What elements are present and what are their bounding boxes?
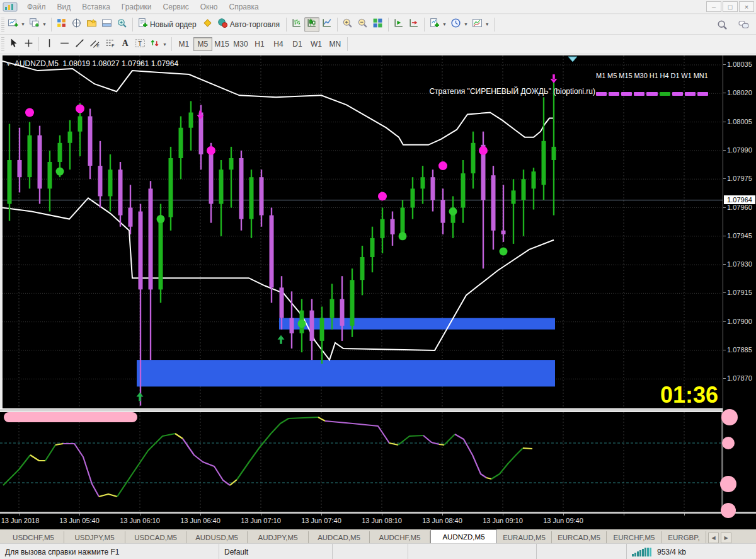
new-order-button[interactable]: Новый ордер xyxy=(135,17,200,32)
indicators-button[interactable]: ▼ xyxy=(427,17,449,32)
shapes-icon xyxy=(149,38,160,49)
market-watch-button[interactable] xyxy=(54,17,69,32)
chart-tab-eurcad-m5[interactable]: EURCAD,M5 xyxy=(552,531,607,543)
chart-candles-button[interactable] xyxy=(304,17,319,32)
chart-shift-button[interactable] xyxy=(406,17,421,32)
chart-tab-audcad-m5[interactable]: AUDCAD,M5 xyxy=(309,531,370,543)
trendline-icon xyxy=(74,38,85,49)
cursor-button[interactable] xyxy=(6,37,21,52)
redaction-circle xyxy=(721,503,736,518)
tabs-scroll-left-button[interactable]: ◀ xyxy=(708,533,719,543)
navigator-button[interactable] xyxy=(84,17,100,32)
crosshair-button[interactable] xyxy=(21,37,36,52)
new-order-label: Новый ордер xyxy=(150,20,198,29)
fibo-button[interactable]: F xyxy=(102,37,117,52)
chart-tab-audchf-m5[interactable]: AUDCHF,M5 xyxy=(370,531,430,543)
hline-button[interactable] xyxy=(57,37,72,52)
zoom-out-icon xyxy=(357,18,368,28)
mtf-signal-m1 xyxy=(596,92,607,96)
menu-help[interactable]: Справка xyxy=(224,1,265,13)
timeframe-m5-button[interactable]: M5 xyxy=(193,37,212,51)
chat-button[interactable] xyxy=(736,17,751,32)
timeframe-m15-button[interactable]: M15 xyxy=(212,37,231,51)
auto-scroll-button[interactable] xyxy=(391,17,406,32)
mtf-signal-w1 xyxy=(685,92,696,96)
chart-symbol: AUDNZD,M5 xyxy=(14,59,59,68)
menu-insert[interactable]: Вставка xyxy=(76,1,116,13)
candle-countdown-timer: 01:36 xyxy=(643,382,718,408)
channel-button[interactable]: E xyxy=(87,37,102,52)
strategy-tester-icon xyxy=(117,18,127,28)
chart-menu-caret-icon[interactable]: ▼ xyxy=(6,61,11,67)
trendline-button[interactable] xyxy=(72,37,87,52)
toolbar-standard: ▼▼Новый ордерАвто-торговля▼▼▼ xyxy=(0,14,756,35)
time-tick-label: 13 Jun 07:40 xyxy=(301,517,341,524)
metaeditor-button[interactable] xyxy=(200,17,215,32)
label-tool-button[interactable]: T xyxy=(132,37,147,52)
profiles-dropdown-icon[interactable]: ▼ xyxy=(42,22,47,26)
menu-charts[interactable]: Графики xyxy=(116,1,158,13)
price-tick-label: 1.07870 xyxy=(727,374,752,382)
indicator-subwindow[interactable] xyxy=(0,412,756,512)
toolbar-drag-handle[interactable] xyxy=(1,18,4,32)
time-axis[interactable]: 13 Jun 201813 Jun 05:4013 Jun 06:1013 Ju… xyxy=(0,514,756,529)
chart-tab-eurgbp-[interactable]: EURGBP, xyxy=(662,531,706,543)
mtf-signal-m30 xyxy=(634,92,644,96)
chart-tab-audnzd-m5[interactable]: AUDNZD,M5 xyxy=(430,529,497,543)
menu-view[interactable]: Вид xyxy=(52,1,77,13)
chart-tab-usdchf-m5[interactable]: USDCHF,M5 xyxy=(3,531,64,543)
chart-tab-usdcad-m5[interactable]: USDCAD,M5 xyxy=(125,531,186,543)
menu-window[interactable]: Окно xyxy=(195,1,224,13)
templates-button[interactable]: ▼ xyxy=(470,17,491,32)
timeframe-m1-button[interactable]: M1 xyxy=(175,37,193,51)
text-tool-button[interactable]: A xyxy=(117,37,132,52)
chart-tab-usdjpy-m5[interactable]: USDJPY,M5 xyxy=(64,531,125,543)
timeframe-w1-button[interactable]: W1 xyxy=(307,37,326,51)
search-button[interactable] xyxy=(714,17,730,32)
vline-button[interactable] xyxy=(42,37,57,52)
chart-tab-eurchf-m5[interactable]: EURCHF,M5 xyxy=(607,531,662,543)
chart-bars-button[interactable] xyxy=(289,17,304,32)
autotrading-button[interactable]: Авто-торговля xyxy=(215,17,284,32)
tile-windows-button[interactable] xyxy=(370,17,386,32)
tabs-scroll-right-button[interactable]: ▶ xyxy=(721,533,731,543)
timeframe-mn-button[interactable]: MN xyxy=(326,37,345,51)
chart-line-button[interactable] xyxy=(319,17,335,32)
timeframe-h4-button[interactable]: H4 xyxy=(269,37,288,51)
strategy-tester-button[interactable] xyxy=(115,17,130,32)
new-order-icon xyxy=(137,18,148,28)
window-restore-button[interactable]: □ xyxy=(723,1,738,12)
window-close-button[interactable]: × xyxy=(739,1,754,12)
periods-button[interactable]: ▼ xyxy=(449,17,470,32)
svg-text:A: A xyxy=(122,38,128,48)
zoom-in-button[interactable] xyxy=(340,17,355,32)
profiles-button[interactable]: ▼ xyxy=(27,17,49,32)
menu-file[interactable]: Файл xyxy=(21,1,52,13)
candlestick-chart[interactable] xyxy=(0,55,723,408)
oscillator-indicator-chart[interactable] xyxy=(0,412,723,512)
status-profile[interactable]: Default xyxy=(219,544,333,559)
indicators-dropdown-icon[interactable]: ▼ xyxy=(442,22,447,26)
periods-dropdown-icon[interactable]: ▼ xyxy=(463,22,468,26)
zoom-out-button[interactable] xyxy=(355,17,370,32)
chart-ohlc-values: 1.08019 1.08027 1.07961 1.07964 xyxy=(63,59,179,68)
chart-tab-audusd-m5[interactable]: AUDUSD,M5 xyxy=(186,531,248,543)
menu-service[interactable]: Сервис xyxy=(158,1,195,13)
timeframe-m30-button[interactable]: M30 xyxy=(231,37,250,51)
chart-tab-audjpy-m5[interactable]: AUDJPY,M5 xyxy=(248,531,309,543)
main-chart-area[interactable] xyxy=(0,55,756,408)
shapes-dropdown-icon[interactable]: ▼ xyxy=(162,42,167,47)
time-axis-tick xyxy=(19,514,20,516)
chart-tab-euraud-m5[interactable]: EURAUD,M5 xyxy=(497,531,552,543)
window-minimize-button[interactable]: – xyxy=(706,1,721,12)
new-chart-button[interactable]: ▼ xyxy=(6,17,27,32)
shapes-button[interactable]: ▼ xyxy=(147,37,169,52)
timeframe-h1-button[interactable]: H1 xyxy=(250,37,269,51)
new-chart-dropdown-icon[interactable]: ▼ xyxy=(20,22,25,26)
data-window-button[interactable] xyxy=(69,17,84,32)
templates-dropdown-icon[interactable]: ▼ xyxy=(484,22,490,26)
timeframe-d1-button[interactable]: D1 xyxy=(288,37,307,51)
terminal-button[interactable] xyxy=(100,17,115,32)
toolbar-drag-handle[interactable] xyxy=(1,37,4,51)
vline-icon xyxy=(44,38,55,49)
